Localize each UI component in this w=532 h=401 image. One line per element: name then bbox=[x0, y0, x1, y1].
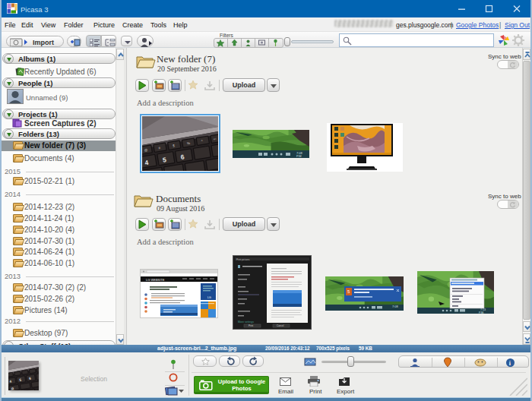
svg-text:P.M.: P.M. bbox=[479, 311, 484, 314]
svg-text:LG WEBSITE: LG WEBSITE bbox=[146, 278, 165, 282]
svg-text:Cancel: Cancel bbox=[277, 324, 284, 327]
svg-text:7:08: 7:08 bbox=[392, 305, 399, 308]
svg-text:Print pictures: Print pictures bbox=[236, 258, 250, 261]
svg-text:LG: LG bbox=[207, 296, 211, 299]
svg-text:%: % bbox=[187, 141, 191, 146]
svg-text:P.M: P.M bbox=[296, 154, 302, 158]
svg-text:More settings: More settings bbox=[238, 320, 254, 324]
svg-text:Print: Print bbox=[249, 324, 253, 327]
